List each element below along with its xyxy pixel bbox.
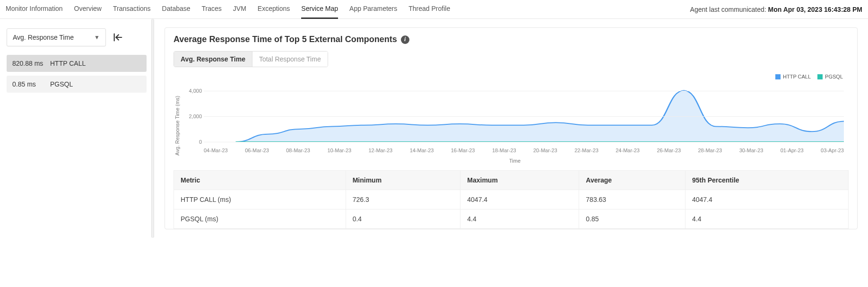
- table-cell: 4.4: [685, 209, 848, 229]
- agent-status-prefix: Agent last communicated:: [690, 6, 768, 13]
- sidebar-item-label: PGSQL: [50, 80, 73, 88]
- x-tick: 03-Apr-23: [821, 148, 844, 153]
- nav-tab-monitor-information[interactable]: Monitor Information: [6, 0, 63, 19]
- table-cell: HTTP CALL (ms): [174, 190, 346, 209]
- x-tick: 06-Mar-23: [245, 148, 269, 153]
- x-tick: 30-Mar-23: [739, 148, 764, 153]
- chart-svg: [204, 84, 844, 142]
- metric-select-row: Avg. Response Time ▼: [7, 28, 147, 46]
- collapse-sidebar-icon[interactable]: [113, 32, 123, 43]
- gridline: [204, 116, 844, 117]
- nav-tab-transactions[interactable]: Transactions: [113, 0, 151, 19]
- x-tick: 04-Mar-23: [204, 148, 228, 153]
- agent-status-time: Mon Apr 03, 2023 16:43:28 PM: [768, 6, 862, 13]
- x-tick: 28-Mar-23: [698, 148, 722, 153]
- table-cell: 783.63: [579, 190, 686, 209]
- nav-tab-jvm[interactable]: JVM: [233, 0, 246, 19]
- x-ticks: 04-Mar-2306-Mar-2308-Mar-2310-Mar-2312-M…: [204, 148, 844, 153]
- sidebar-item-value: 820.88 ms: [12, 60, 50, 67]
- top-navigation: Monitor InformationOverviewTransactionsD…: [0, 0, 868, 19]
- legend-label: PGSQL: [825, 74, 843, 79]
- legend-item-pgsql[interactable]: PGSQL: [817, 74, 843, 79]
- nav-tab-app-parameters[interactable]: App Parameters: [349, 0, 397, 19]
- table-row: PGSQL (ms)0.44.40.854.4: [174, 209, 849, 229]
- table-cell: 0.85: [579, 209, 686, 229]
- nav-tab-database[interactable]: Database: [162, 0, 191, 19]
- chevron-down-icon: ▼: [94, 34, 100, 41]
- toggle-total-response[interactable]: Total Response Time: [252, 52, 328, 67]
- sidebar-item-http-call[interactable]: 820.88 msHTTP CALL: [7, 55, 147, 72]
- table-header: 95th Percentile: [685, 171, 848, 190]
- table-cell: 4047.4: [685, 190, 848, 209]
- x-tick: 01-Apr-23: [781, 148, 804, 153]
- stats-header-row: MetricMinimumMaximumAverage95th Percenti…: [174, 171, 849, 190]
- gridline: [204, 142, 844, 142]
- table-header: Minimum: [346, 171, 460, 190]
- table-cell: 4047.4: [460, 190, 579, 209]
- legend-swatch: [775, 74, 781, 79]
- nav-tab-traces[interactable]: Traces: [202, 0, 222, 19]
- stats-table: MetricMinimumMaximumAverage95th Percenti…: [174, 170, 849, 229]
- table-header: Maximum: [460, 171, 579, 190]
- chart-inner: HTTP CALLPGSQL 04-Mar-2306-Mar-2308-Mar-…: [181, 72, 849, 170]
- y-tick: 0: [181, 139, 202, 145]
- panel-title-row: Average Response Time of Top 5 External …: [174, 35, 849, 44]
- table-header: Metric: [174, 171, 346, 190]
- chart-plot[interactable]: 04-Mar-2306-Mar-2308-Mar-2310-Mar-2312-M…: [181, 84, 849, 155]
- chart-legend: HTTP CALLPGSQL: [775, 74, 843, 79]
- main-content: Average Response Time of Top 5 External …: [154, 19, 868, 238]
- x-tick: 24-Mar-23: [616, 148, 640, 153]
- sidebar-item-value: 0.85 ms: [12, 80, 50, 88]
- table-header: Average: [579, 171, 686, 190]
- table-row: HTTP CALL (ms)726.34047.4783.634047.4: [174, 190, 849, 209]
- nav-tabs: Monitor InformationOverviewTransactionsD…: [6, 0, 450, 19]
- y-tick: 2,000: [181, 113, 202, 119]
- component-list: 820.88 msHTTP CALL0.85 msPGSQL: [7, 55, 147, 93]
- legend-item-http-call[interactable]: HTTP CALL: [775, 74, 811, 79]
- table-cell: 0.4: [346, 209, 460, 229]
- chart-panel: Average Response Time of Top 5 External …: [165, 27, 858, 229]
- x-tick: 10-Mar-23: [327, 148, 351, 153]
- info-icon[interactable]: i: [401, 35, 409, 44]
- x-tick: 26-Mar-23: [657, 148, 681, 153]
- y-axis-label: Avg. Response Time (ms): [174, 72, 181, 170]
- x-tick: 18-Mar-23: [492, 148, 516, 153]
- x-tick: 08-Mar-23: [286, 148, 310, 153]
- x-axis-label: Time: [181, 158, 849, 164]
- nav-tab-overview[interactable]: Overview: [74, 0, 102, 19]
- table-cell: 726.3: [346, 190, 460, 209]
- toggle-avg-response[interactable]: Avg. Response Time: [174, 52, 252, 67]
- agent-status: Agent last communicated: Mon Apr 03, 202…: [690, 6, 862, 13]
- chart-area: Avg. Response Time (ms) HTTP CALLPGSQL 0…: [174, 72, 849, 170]
- x-tick: 14-Mar-23: [410, 148, 434, 153]
- x-tick: 20-Mar-23: [533, 148, 557, 153]
- body-layout: Avg. Response Time ▼ 820.88 msHTTP CALL0…: [0, 19, 868, 238]
- x-tick: 16-Mar-23: [451, 148, 475, 153]
- metric-toggle: Avg. Response Time Total Response Time: [174, 51, 328, 67]
- sidebar: Avg. Response Time ▼ 820.88 msHTTP CALL0…: [0, 19, 151, 238]
- sidebar-item-pgsql[interactable]: 0.85 msPGSQL: [7, 76, 147, 93]
- legend-label: HTTP CALL: [783, 74, 811, 79]
- y-tick: 4,000: [181, 88, 202, 94]
- nav-tab-exceptions[interactable]: Exceptions: [258, 0, 290, 19]
- table-cell: PGSQL (ms): [174, 209, 346, 229]
- sidebar-item-label: HTTP CALL: [50, 60, 86, 67]
- metric-select-label: Avg. Response Time: [13, 34, 74, 41]
- table-cell: 4.4: [460, 209, 579, 229]
- metric-select[interactable]: Avg. Response Time ▼: [7, 28, 106, 46]
- nav-tab-thread-profile[interactable]: Thread Profile: [408, 0, 450, 19]
- stats-body: HTTP CALL (ms)726.34047.4783.634047.4PGS…: [174, 190, 849, 229]
- gridline: [204, 91, 844, 91]
- panel-title: Average Response Time of Top 5 External …: [174, 35, 397, 44]
- x-tick: 22-Mar-23: [574, 148, 599, 153]
- nav-tab-service-map[interactable]: Service Map: [301, 0, 338, 19]
- legend-swatch: [817, 74, 823, 79]
- x-tick: 12-Mar-23: [369, 148, 393, 153]
